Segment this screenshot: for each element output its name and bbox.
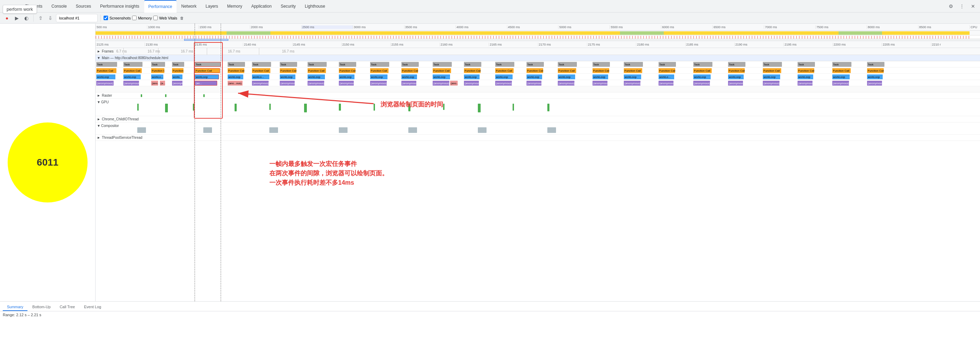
gpu-bar-1 — [137, 104, 138, 111]
tab-summary[interactable]: Summary — [3, 303, 27, 311]
fc-block-2: Function Call — [123, 68, 142, 73]
memory-checkbox-label[interactable]: Memory — [132, 16, 152, 20]
gpu-bar-11 — [478, 104, 480, 112]
comp-bar-6 — [478, 127, 487, 133]
tab-performance-insights[interactable]: Performance insights — [96, 0, 143, 13]
trash-icon[interactable]: 🗑 — [180, 16, 184, 20]
task-block-2: Task — [123, 62, 143, 67]
main-expand[interactable]: ▼ — [97, 56, 100, 60]
record-btn[interactable]: ● — [3, 14, 11, 22]
wl-block-12: workLoop — [401, 75, 417, 79]
fc-block-23: Function Call — [763, 68, 781, 73]
an-block-25: (anonymous) — [763, 81, 780, 86]
dm-2200: 2200 ms — [833, 43, 881, 46]
gpu-bar-7 — [339, 104, 341, 111]
tab-performance[interactable]: Performance — [144, 0, 177, 13]
fc-block-24: Function Call — [797, 68, 814, 73]
task-block-16: Task — [527, 62, 544, 67]
time-marker-8000: 8000 ms — [867, 26, 918, 29]
an-block-26: (anonymous) — [797, 81, 813, 86]
perform-work-badge: perform work — [3, 5, 37, 14]
web-vitals-checkbox-label[interactable]: Web Vitals — [153, 16, 177, 20]
fc-block-16: Function Call — [527, 68, 543, 73]
network-bar-fill — [95, 36, 970, 38]
an-block-16: (anonymous) — [464, 81, 479, 86]
function-call-row: Function Call Function Call Function Cal… — [95, 67, 980, 74]
settings-icon[interactable]: ⚙ — [947, 2, 955, 10]
reload-record-btn[interactable]: ▶ — [13, 14, 21, 22]
web-vitals-checkbox[interactable] — [153, 16, 158, 20]
an-block-22: (anonymous) — [659, 81, 673, 86]
more-options-icon[interactable]: ⋮ — [958, 2, 966, 10]
gpu-expand-arrow[interactable]: ▼ — [97, 100, 100, 104]
task-block-13: Task — [433, 62, 452, 67]
fc-block-20: Function Call — [659, 68, 675, 73]
an-block-2: (anonymous) — [123, 81, 139, 86]
chrome-childio-expand[interactable]: ► — [97, 117, 100, 121]
screenshots-label: Screenshots — [110, 16, 130, 20]
dm-2150: 2150 ms — [341, 43, 390, 46]
tab-event-log[interactable]: Event Log — [80, 303, 106, 311]
gpu-bar-10 — [443, 104, 444, 110]
tab-network[interactable]: Network — [177, 0, 201, 13]
time-marker-7000: 7000 ms — [764, 26, 815, 29]
raster-row: ► Raster — [95, 93, 980, 99]
threadpool-expand[interactable]: ► — [97, 136, 100, 139]
tab-console[interactable]: Console — [47, 0, 71, 13]
fc-block-17: Function Call — [558, 68, 576, 73]
raster-expand[interactable]: ► — [97, 94, 100, 97]
compositor-label: Compositor — [101, 124, 119, 128]
wl-block-6: workLoop — [228, 75, 243, 79]
screenshots-checkbox-label[interactable]: Screenshots — [103, 16, 130, 20]
dm-2195: 2195 ms — [783, 43, 832, 46]
wl-block-8: workLoop — [280, 75, 295, 79]
tab-bottom-up[interactable]: Bottom-Up — [28, 303, 55, 311]
wl-block-20: workLo... — [659, 75, 674, 79]
dm-2160: 2160 ms — [440, 43, 488, 46]
gpu-bar-13 — [547, 104, 549, 111]
upload-btn[interactable]: ⇧ — [37, 14, 45, 22]
fc-block-4: Function — [172, 68, 183, 73]
screenshots-checkbox[interactable] — [103, 16, 108, 20]
memory-checkbox[interactable] — [132, 16, 137, 20]
tab-application[interactable]: Application — [247, 0, 276, 13]
close-devtools-icon[interactable]: ✕ — [969, 2, 977, 10]
dm-2180: 2180 ms — [636, 43, 685, 46]
wl-block-25: workLoop — [832, 75, 850, 79]
an-block-21: (anonymous) — [624, 81, 641, 86]
tab-memory[interactable]: Memory — [223, 0, 247, 13]
url-text: localhost #1 — [59, 16, 80, 20]
frames-expand[interactable]: ► — [97, 49, 100, 53]
selection-indicator — [95, 39, 980, 41]
annotation-text-2: 一帧内最多触发一次宏任务事件在两次事件的间隙，浏览器可以绘制页面。一次事件执行耗… — [269, 160, 388, 188]
download-btn[interactable]: ⇩ — [46, 14, 54, 22]
task-block-20: Task — [659, 62, 676, 67]
dm-2135: 2135 ms — [194, 43, 243, 46]
tab-sources[interactable]: Sources — [72, 0, 95, 13]
compositor-expand[interactable]: ▼ — [97, 124, 100, 128]
wl-block-4: workL — [172, 75, 183, 79]
an-block-9: (anonymous) — [280, 81, 295, 86]
tab-security[interactable]: Security — [277, 0, 300, 13]
time-marker-4000: 4000 ms — [456, 26, 507, 29]
frames-duration-5: 16.7 ms — [282, 49, 295, 53]
raster-bar-2 — [165, 94, 167, 97]
task-block-9: Task — [307, 62, 327, 67]
task-block-25: Task — [832, 62, 851, 67]
an-block-14: (anonymous) — [433, 81, 449, 86]
comp-bar-3 — [269, 127, 278, 133]
fc-block-25: Function Call — [832, 68, 851, 73]
comp-bar-1 — [137, 127, 146, 133]
tab-call-tree[interactable]: Call Tree — [56, 303, 79, 311]
an-block-10: (anonymous) — [307, 81, 324, 86]
gpu-bar-5 — [269, 104, 271, 110]
clear-btn[interactable]: ◐ — [22, 14, 30, 22]
task-block-6: Task — [228, 62, 245, 67]
an-block-13: (anonymous) — [401, 81, 416, 86]
workloop-row: workLoop workLoop workLo... workL workLo… — [95, 74, 980, 80]
tab-lighthouse[interactable]: Lighthouse — [301, 0, 329, 13]
wl-block-14: workLoop — [464, 75, 480, 79]
dm-2145: 2145 ms — [292, 43, 341, 46]
tab-layers[interactable]: Layers — [202, 0, 223, 13]
fc-block-1: Function Call — [96, 68, 116, 73]
